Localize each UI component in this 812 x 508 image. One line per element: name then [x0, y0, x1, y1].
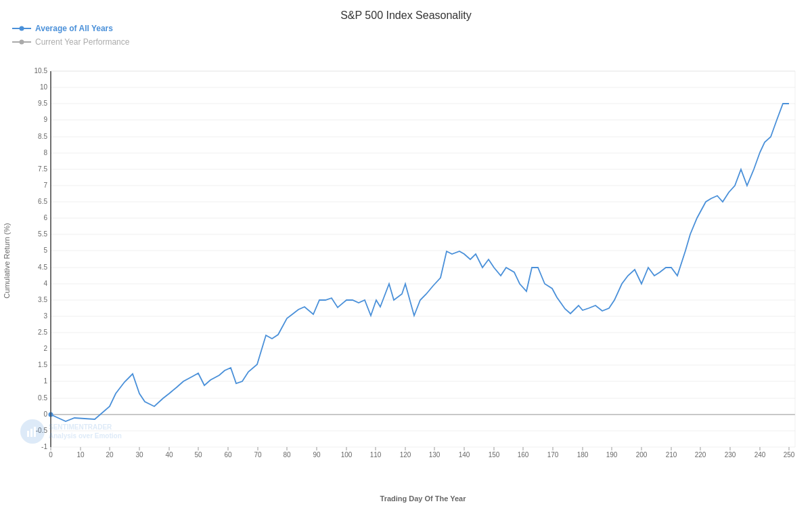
svg-text:50: 50	[194, 451, 202, 459]
svg-text:2.5: 2.5	[38, 329, 47, 336]
svg-rect-107	[34, 427, 36, 437]
svg-text:3: 3	[43, 312, 47, 320]
svg-text:100: 100	[341, 451, 353, 459]
svg-text:5: 5	[43, 247, 47, 254]
svg-text:120: 120	[400, 451, 411, 459]
svg-text:180: 180	[577, 451, 589, 459]
svg-text:3.5: 3.5	[38, 296, 47, 303]
svg-text:130: 130	[429, 451, 441, 459]
svg-text:5.5: 5.5	[38, 230, 47, 238]
svg-text:1.5: 1.5	[38, 361, 47, 368]
svg-text:140: 140	[459, 451, 470, 459]
svg-text:240: 240	[754, 451, 766, 459]
svg-text:7.5: 7.5	[38, 165, 47, 173]
chart-svg: Cumulative Return (%) Trading Day Of The…	[0, 0, 812, 508]
svg-text:10: 10	[40, 83, 48, 91]
watermark-icon	[20, 419, 45, 444]
svg-text:80: 80	[283, 451, 291, 459]
svg-text:220: 220	[695, 451, 706, 459]
svg-text:8.5: 8.5	[38, 133, 47, 140]
svg-text:2: 2	[43, 345, 47, 352]
svg-text:190: 190	[606, 451, 618, 459]
svg-text:6: 6	[43, 214, 47, 221]
svg-text:70: 70	[254, 451, 262, 459]
svg-text:7: 7	[43, 182, 47, 189]
svg-text:10: 10	[76, 451, 85, 459]
svg-text:9: 9	[43, 116, 47, 123]
svg-text:30: 30	[135, 451, 143, 459]
svg-text:9.5: 9.5	[38, 100, 47, 107]
svg-text:90: 90	[313, 451, 321, 459]
x-axis-label: Trading Day Of The Year	[380, 494, 467, 503]
svg-text:-1: -1	[41, 443, 47, 450]
svg-text:1: 1	[43, 377, 47, 385]
svg-text:110: 110	[370, 451, 382, 459]
svg-text:210: 210	[666, 451, 677, 459]
svg-text:4.5: 4.5	[38, 263, 47, 271]
svg-text:10.5: 10.5	[35, 67, 48, 75]
svg-text:230: 230	[725, 451, 736, 459]
svg-text:4: 4	[43, 280, 47, 287]
y-axis-label: Cumulative Return (%)	[3, 223, 11, 298]
svg-rect-105	[27, 431, 29, 437]
svg-text:6.5: 6.5	[38, 198, 47, 205]
svg-text:0: 0	[43, 410, 47, 418]
svg-text:40: 40	[165, 451, 173, 459]
chart-container: S&P 500 Index Seasonality Average of All…	[0, 0, 812, 508]
svg-text:60: 60	[224, 451, 232, 459]
svg-text:0.5: 0.5	[38, 394, 47, 402]
average-line	[51, 104, 789, 421]
svg-text:250: 250	[784, 451, 795, 459]
svg-text:0: 0	[49, 451, 53, 459]
watermark-text: SENTIMENTRADER Analysis over Emotion	[49, 423, 122, 440]
svg-text:160: 160	[518, 451, 529, 459]
watermark: SENTIMENTRADER Analysis over Emotion	[20, 419, 122, 444]
svg-rect-106	[30, 429, 32, 437]
svg-text:200: 200	[636, 451, 648, 459]
svg-text:8: 8	[43, 149, 47, 156]
svg-text:150: 150	[489, 451, 500, 459]
svg-text:170: 170	[547, 451, 559, 459]
svg-text:20: 20	[106, 451, 114, 459]
